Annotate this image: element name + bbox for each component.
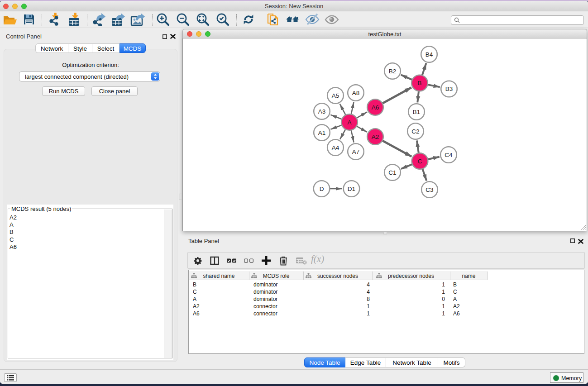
svg-text:A7: A7 [352, 148, 360, 155]
svg-text:A2: A2 [372, 133, 379, 140]
svg-text:C2: C2 [411, 128, 419, 135]
svg-text:C1: C1 [388, 169, 396, 176]
svg-text:D: D [320, 186, 324, 192]
svg-text:C4: C4 [445, 152, 453, 158]
svg-text:B1: B1 [413, 109, 421, 115]
svg-text:A5: A5 [332, 92, 339, 99]
svg-text:B: B [417, 80, 421, 86]
svg-text:C3: C3 [425, 186, 433, 193]
svg-text:B2: B2 [389, 68, 397, 75]
svg-text:A4: A4 [332, 144, 339, 151]
svg-text:D1: D1 [348, 186, 355, 192]
svg-text:A3: A3 [318, 108, 326, 115]
svg-text:A6: A6 [372, 104, 379, 111]
svg-text:C: C [418, 158, 422, 165]
svg-text:B3: B3 [445, 86, 453, 92]
svg-text:B4: B4 [425, 51, 433, 58]
svg-text:A1: A1 [318, 129, 326, 136]
svg-text:A8: A8 [352, 90, 360, 96]
svg-text:A: A [347, 119, 351, 126]
